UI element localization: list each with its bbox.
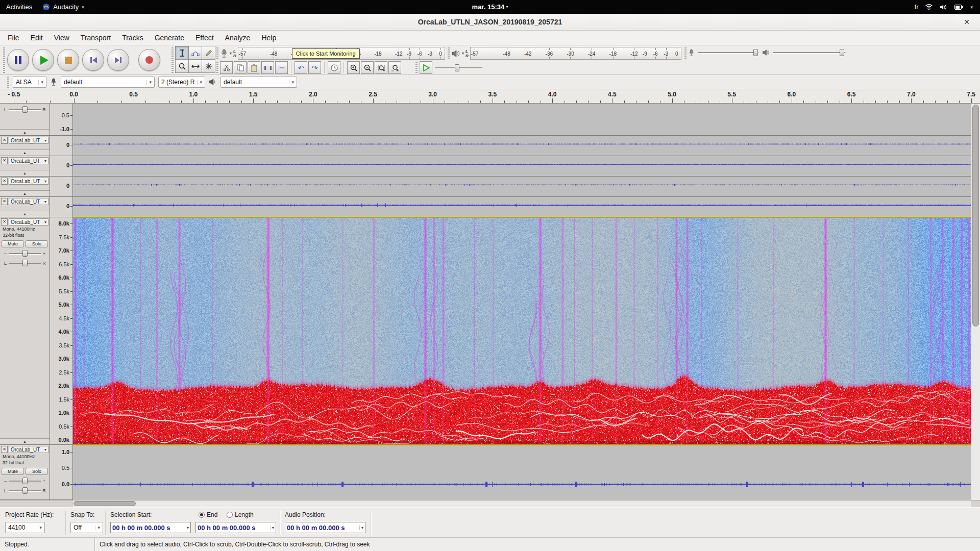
track-content[interactable]	[73, 445, 971, 500]
window-titlebar[interactable]: OrcaLab_UTLN_JASON_20190819_205721 ✕	[0, 14, 980, 31]
track-vertical-ruler[interactable]: 0	[50, 136, 73, 156]
menu-help[interactable]: Help	[256, 32, 282, 44]
track-vertical-ruler[interactable]: 0	[50, 156, 73, 177]
playback-volume-slider[interactable]	[773, 48, 845, 57]
paste-button[interactable]	[248, 61, 260, 74]
timeline-ruler[interactable]: - 0.50.00.51.01.52.02.53.03.54.04.55.05.…	[0, 89, 980, 104]
record-button[interactable]	[138, 49, 160, 71]
track-vertical-ruler[interactable]: 0	[50, 197, 73, 217]
length-radio[interactable]: Length	[227, 511, 254, 518]
menu-transport[interactable]: Transport	[75, 32, 116, 44]
clock-button[interactable]: mar. 15:34 ●	[472, 3, 508, 11]
track-vertical-ruler[interactable]: 1.00.50.0	[50, 445, 73, 500]
draw-tool-button[interactable]	[202, 46, 215, 60]
track-control-panel[interactable]: ✕OrcaLab_UT▾▲	[0, 197, 50, 217]
track-name-menu[interactable]: OrcaLab_UT▾	[9, 198, 48, 205]
recording-meter-bar[interactable]: -57-48-42-36-30-24-18-12-9-6-30Click to …	[238, 47, 445, 60]
track-vertical-ruler[interactable]: -0.5-1.0	[50, 104, 73, 136]
playback-device-combo[interactable]: default▾	[220, 77, 297, 88]
undo-button[interactable]: ↶	[295, 61, 307, 74]
sync-lock-button[interactable]	[328, 61, 340, 74]
app-menu-button[interactable]: Audacity ▾	[42, 3, 84, 11]
slider-thumb[interactable]	[22, 260, 28, 266]
track-control-panel[interactable]: ✕OrcaLab_UT▾Mono, 44100Hz32-bit floatMut…	[0, 445, 50, 500]
track-name-menu[interactable]: OrcaLab_UT▾	[9, 157, 48, 164]
track-control-panel[interactable]: ✕OrcaLab_UT▾▲	[0, 156, 50, 177]
menu-view[interactable]: View	[48, 32, 75, 44]
vertical-scrollbar[interactable]	[971, 104, 980, 500]
pan-slider[interactable]: LR	[4, 487, 46, 494]
track-control-panel[interactable]: LR▲	[0, 104, 50, 136]
activities-button[interactable]: Activities	[6, 3, 32, 11]
time-shift-tool-button[interactable]	[188, 59, 202, 73]
edit-toolbar-grip[interactable]	[216, 62, 218, 73]
track-content[interactable]	[73, 197, 971, 217]
mute-button[interactable]: Mute	[2, 468, 24, 475]
menu-effect[interactable]: Effect	[190, 32, 219, 44]
slider-thumb[interactable]	[22, 478, 28, 484]
track-close-button[interactable]: ✕	[1, 157, 8, 164]
horizontal-scrollbar-thumb[interactable]	[74, 501, 136, 506]
waveform-canvas[interactable]	[73, 156, 971, 176]
track-collapse-button[interactable]: ▲	[0, 438, 50, 444]
recording-channels-combo[interactable]: 2 (Stereo) R▾	[158, 77, 205, 88]
play-at-speed-grip[interactable]	[415, 62, 418, 73]
redo-button[interactable]: ↷	[308, 61, 321, 74]
track-close-button[interactable]: ✕	[1, 446, 8, 453]
menu-edit[interactable]: Edit	[25, 32, 48, 44]
device-toolbar-grip[interactable]	[7, 77, 9, 88]
selection-tool-button[interactable]	[175, 46, 189, 60]
solo-button[interactable]: Solo	[26, 240, 48, 247]
track-content[interactable]	[73, 217, 971, 445]
gain-slider[interactable]: −+	[4, 477, 46, 485]
stop-button[interactable]	[57, 49, 79, 71]
audio-position-field[interactable]: 00 h 00 m 00.000 s▾	[285, 522, 365, 533]
fit-selection-button[interactable]	[375, 61, 387, 74]
play-at-speed-button[interactable]	[420, 61, 432, 74]
monitoring-overlay[interactable]: Click to Start Monitoring	[292, 48, 360, 59]
pan-slider[interactable]: LR	[4, 259, 46, 267]
play-button[interactable]	[32, 49, 54, 71]
pan-slider[interactable]: LR	[4, 106, 46, 113]
wifi-icon[interactable]	[925, 4, 933, 10]
slider-thumb[interactable]	[22, 250, 28, 257]
horizontal-scrollbar-trough[interactable]	[73, 500, 971, 507]
transport-toolbar-grip[interactable]	[3, 47, 5, 73]
track-collapse-button[interactable]: ▲	[0, 149, 50, 156]
solo-button[interactable]: Solo	[26, 468, 48, 475]
chevron-down-icon[interactable]: ▾	[230, 51, 232, 56]
recording-volume-slider[interactable]	[698, 48, 758, 57]
menu-analyze[interactable]: Analyze	[219, 32, 256, 44]
skip-to-end-button[interactable]	[107, 49, 129, 71]
gain-slider[interactable]: −+	[4, 249, 46, 257]
envelope-tool-button[interactable]	[188, 46, 202, 60]
track-content[interactable]	[73, 177, 971, 197]
selection-start-field[interactable]: 00 h 00 m 00.000 s▾	[110, 522, 191, 533]
menu-file[interactable]: File	[2, 32, 25, 44]
track-name-menu[interactable]: OrcaLab_UT▾	[9, 178, 48, 185]
playback-meter-toolbar[interactable]: ▾ LR -57-48-42-36-30-24-18-12-9-6-30	[451, 46, 681, 60]
selection-end-field[interactable]: 00 h 00 m 00.000 s▾	[195, 522, 276, 533]
mute-button[interactable]: Mute	[2, 240, 24, 247]
menu-generate[interactable]: Generate	[149, 32, 190, 44]
track-name-menu[interactable]: OrcaLab_UT▾	[9, 137, 48, 144]
slider-thumb[interactable]	[753, 49, 758, 56]
recording-meter-grip[interactable]	[216, 47, 218, 60]
waveform-canvas[interactable]	[73, 445, 971, 500]
track-content[interactable]	[73, 156, 971, 177]
trim-audio-button[interactable]	[261, 61, 274, 74]
track-content[interactable]	[73, 136, 971, 156]
chevron-down-icon[interactable]: ▾	[462, 51, 464, 56]
close-window-button[interactable]: ✕	[962, 17, 972, 28]
track-collapse-button[interactable]: ▲	[0, 190, 50, 196]
waveform-canvas[interactable]	[73, 197, 971, 217]
chevron-down-icon[interactable]: ▾	[970, 5, 973, 10]
zoom-in-button[interactable]	[347, 61, 360, 74]
mixer-toolbar-grip[interactable]	[684, 47, 687, 60]
slider-thumb[interactable]	[455, 64, 459, 71]
track-close-button[interactable]: ✕	[1, 137, 8, 144]
track-collapse-button[interactable]: ▲	[0, 129, 50, 135]
track-name-menu[interactable]: OrcaLab_UT▾	[9, 446, 48, 453]
zoom-tool-button[interactable]	[175, 59, 189, 73]
track-control-panel[interactable]: ✕OrcaLab_UT▾Mono, 44100Hz32-bit floatMut…	[0, 217, 50, 445]
